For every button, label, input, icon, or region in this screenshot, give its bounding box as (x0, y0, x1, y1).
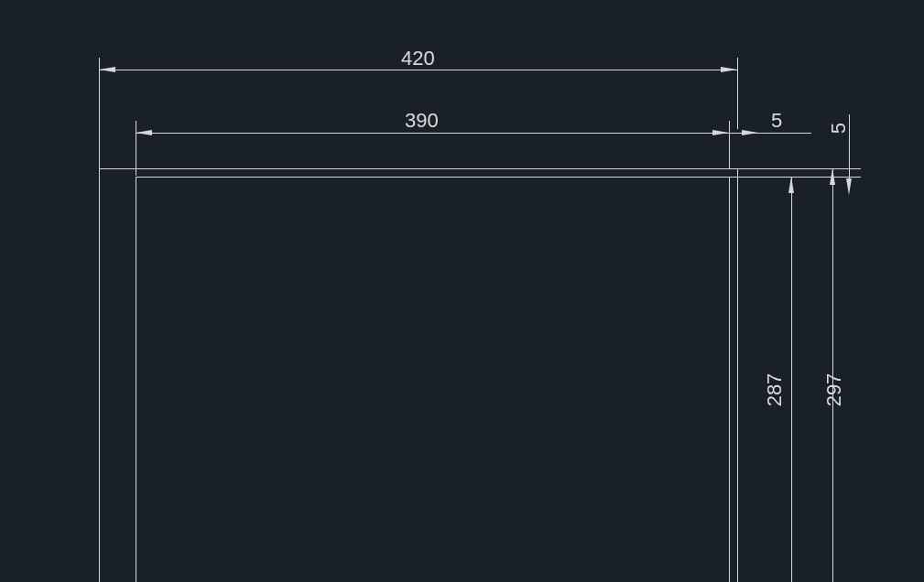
dim-arrow-297-top (830, 168, 835, 185)
outer-rect-right (737, 168, 738, 582)
ext-5v-top (737, 168, 861, 169)
ext-287-top (729, 177, 798, 178)
dim-arrow-420-right (721, 67, 737, 72)
ext-390-left (136, 121, 136, 176)
ext-420-left (99, 58, 100, 169)
dim-text-5h: 5 (771, 109, 782, 133)
ext-420-right (737, 58, 738, 129)
dim-arrow-5v (846, 178, 852, 195)
dim-arrow-287-top (788, 177, 794, 193)
ext-5v-bot (797, 177, 861, 178)
inner-rect-left (136, 177, 136, 582)
inner-rect-top (136, 177, 729, 178)
dim-text-390: 390 (405, 109, 439, 133)
dim-line-390 (136, 133, 729, 134)
dim-text-5v: 5 (827, 123, 851, 134)
dim-text-287: 287 (763, 373, 787, 407)
dim-arrow-390-right (712, 130, 729, 135)
dim-arrow-420-left (99, 67, 115, 72)
dim-line-287 (791, 177, 792, 582)
ext-390-right (729, 121, 730, 169)
outer-rect-top (99, 168, 737, 169)
dim-arrow-390-left (136, 130, 152, 135)
cad-drawing-canvas[interactable]: 420 390 5 5 287 297 (0, 0, 924, 582)
dim-text-420: 420 (401, 47, 435, 70)
inner-rect-right (729, 177, 730, 582)
dim-text-297: 297 (822, 373, 846, 407)
outer-rect-left (99, 168, 100, 582)
dim-arrow-5h-left (742, 130, 758, 135)
